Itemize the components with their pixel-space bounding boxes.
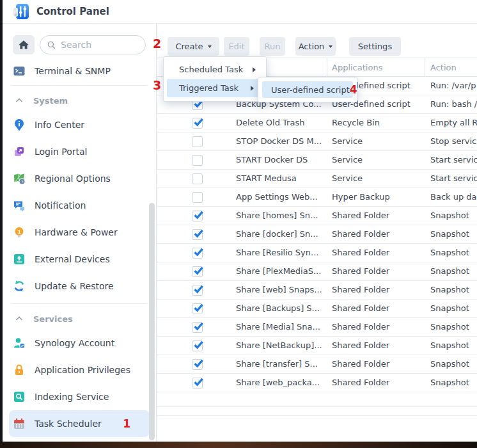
- sidebar-item-external-devices[interactable]: External Devices: [9, 246, 150, 273]
- row-checkbox[interactable]: [192, 285, 203, 296]
- table-row[interactable]: Share [Media] Sna... Shared Folder Snaps…: [157, 318, 477, 337]
- sidebar-item-terminal-snmp[interactable]: Terminal & SNMP: [9, 61, 150, 81]
- applications-cell: Shared Folder: [332, 262, 424, 280]
- action-cell: Snapshot: [430, 355, 477, 373]
- sidebar-item-hardware-power[interactable]: 1 Hardware & Power: [9, 219, 150, 246]
- notification-icon: [13, 199, 26, 212]
- sidebar-item-task-scheduler[interactable]: Task Scheduler 1: [9, 410, 150, 437]
- row-checkbox[interactable]: [192, 136, 203, 147]
- row-checkbox[interactable]: [192, 322, 203, 333]
- home-button[interactable]: [13, 35, 35, 54]
- column-divider: [327, 58, 327, 76]
- sidebar-section: System Info Center Login Portal Regional…: [12, 85, 147, 300]
- task-name-cell: START Medusa: [236, 170, 327, 188]
- row-checkbox[interactable]: [192, 340, 203, 351]
- column-header-applications[interactable]: Applications: [332, 58, 382, 77]
- action-cell: Snapshot: [430, 262, 477, 280]
- control-panel-icon: [13, 3, 29, 20]
- sidebar-item-info-center[interactable]: Info Center: [9, 111, 150, 138]
- table-row[interactable]: Share [Resilio Syn... Shared Folder Snap…: [157, 244, 477, 262]
- sidebar-item-regional-options[interactable]: Regional Options: [9, 165, 150, 192]
- applications-cell: Shared Folder: [332, 225, 424, 243]
- sidebar-item-login-portal[interactable]: Login Portal: [9, 138, 150, 165]
- table-row[interactable]: Share [transfer] S... Shared Folder Snap…: [157, 355, 477, 374]
- row-checkbox[interactable]: [192, 359, 203, 370]
- sidebar-nav: System Info Center Login Portal Regional…: [3, 85, 156, 437]
- terminal-icon: [13, 65, 26, 77]
- edit-button[interactable]: Edit: [224, 37, 249, 56]
- sidebar-item-update-restore[interactable]: Update & Restore: [9, 273, 150, 300]
- row-checkbox[interactable]: [192, 192, 203, 203]
- step-annotation: 2: [153, 36, 161, 51]
- run-button-label: Run: [265, 42, 281, 51]
- checkmark-icon: [193, 265, 204, 276]
- applications-cell: Shared Folder: [332, 244, 424, 262]
- table-row[interactable]: Share [web] Snaps... Shared Folder Snaps…: [157, 281, 477, 300]
- task-name-cell: Share [Media] Sna...: [236, 318, 327, 336]
- checkmark-icon: [193, 321, 204, 332]
- sidebar-item-application-privileges[interactable]: Application Privileges: [9, 356, 150, 383]
- table-row[interactable]: Share [docker] Sn... Shared Folder Snaps…: [157, 225, 477, 244]
- step-annotation: 3: [153, 78, 161, 92]
- row-checkbox[interactable]: [192, 303, 203, 314]
- menu-item-scheduled-task[interactable]: Scheduled Task: [164, 60, 266, 79]
- sidebar-item-notification[interactable]: Notification: [9, 192, 150, 219]
- sidebar-item-synology-account[interactable]: Synology Account: [9, 330, 150, 356]
- search-box[interactable]: [40, 35, 146, 54]
- action-cell: Stop servic: [430, 132, 477, 150]
- login-portal-icon: [13, 145, 26, 158]
- menu-item-user-defined-script[interactable]: User-defined script 4: [262, 81, 353, 98]
- table-row[interactable]: Share [Backups] S... Shared Folder Snaps…: [157, 300, 477, 318]
- task-name-cell: Share [Backups] S...: [236, 300, 327, 317]
- checkmark-icon: [193, 358, 204, 369]
- window-title: Control Panel: [36, 6, 109, 17]
- row-checkbox[interactable]: [192, 118, 203, 129]
- section-header[interactable]: System: [12, 93, 147, 108]
- action-cell: Empty all R: [430, 114, 477, 132]
- info-center-icon: [13, 118, 26, 131]
- action-cell: Start servic: [430, 170, 477, 188]
- table-row[interactable]: START Medusa Service Start servic: [157, 170, 477, 188]
- table-row[interactable]: START Docker DS Service Start servic: [157, 151, 477, 170]
- external-devices-icon: [13, 253, 26, 266]
- column-header-action[interactable]: Action: [430, 58, 457, 77]
- row-checkbox[interactable]: [192, 378, 203, 388]
- row-checkbox[interactable]: [192, 266, 203, 277]
- section-header[interactable]: Services: [12, 312, 147, 326]
- row-checkbox[interactable]: [192, 248, 203, 259]
- synology-account-icon: [13, 337, 26, 349]
- table-row[interactable]: STOP Docker DS M... Service Stop servic: [157, 132, 477, 151]
- applications-cell: Shared Folder: [332, 337, 424, 355]
- action-cell: Run: /var/p: [430, 77, 477, 95]
- checkmark-icon: [193, 209, 204, 220]
- menu-item-label: Scheduled Task: [179, 65, 243, 74]
- sidebar-scrollbar[interactable]: [149, 203, 155, 440]
- checkmark-icon: [193, 339, 204, 350]
- action-button[interactable]: Action: [295, 37, 336, 56]
- row-checkbox[interactable]: [192, 173, 203, 184]
- hardware-power-icon: 1: [13, 226, 26, 239]
- table-row[interactable]: Share [NetBackup]... Shared Folder Snaps…: [157, 337, 477, 355]
- search-input[interactable]: [61, 40, 139, 50]
- row-checkbox[interactable]: [192, 155, 203, 166]
- indexing-service-icon: [13, 390, 26, 403]
- table-row[interactable]: Delete Old Trash Recycle Bin Empty all R: [157, 114, 477, 132]
- row-checkbox[interactable]: [192, 211, 203, 221]
- row-checkbox[interactable]: [192, 229, 203, 240]
- create-button[interactable]: Create: [168, 37, 219, 56]
- table-row[interactable]: Share [web_packa... Shared Folder Snapsh…: [157, 374, 477, 392]
- run-button[interactable]: Run: [260, 37, 285, 56]
- table-row[interactable]: App Settings Web... Hyper Backup Back up…: [157, 188, 477, 207]
- settings-button[interactable]: Settings: [349, 37, 401, 56]
- table-row[interactable]: Share [homes] Sn... Shared Folder Snapsh…: [157, 207, 477, 225]
- menu-item-label: Triggered Task: [179, 83, 238, 93]
- table-row[interactable]: Share [PlexMediaS... Shared Folder Snaps…: [157, 262, 477, 281]
- task-scheduler-icon: [13, 417, 26, 430]
- sidebar-item-indexing-service[interactable]: Indexing Service: [9, 383, 150, 410]
- triggered-task-submenu: User-defined script 4: [258, 77, 357, 102]
- submenu-arrow-icon: [253, 67, 256, 72]
- task-name-cell: Share [homes] Sn...: [236, 207, 327, 225]
- menu-item-triggered-task[interactable]: Triggered Task: [167, 79, 263, 97]
- applications-cell: Hyper Backup: [332, 188, 424, 206]
- action-cell: Start servic: [430, 151, 477, 169]
